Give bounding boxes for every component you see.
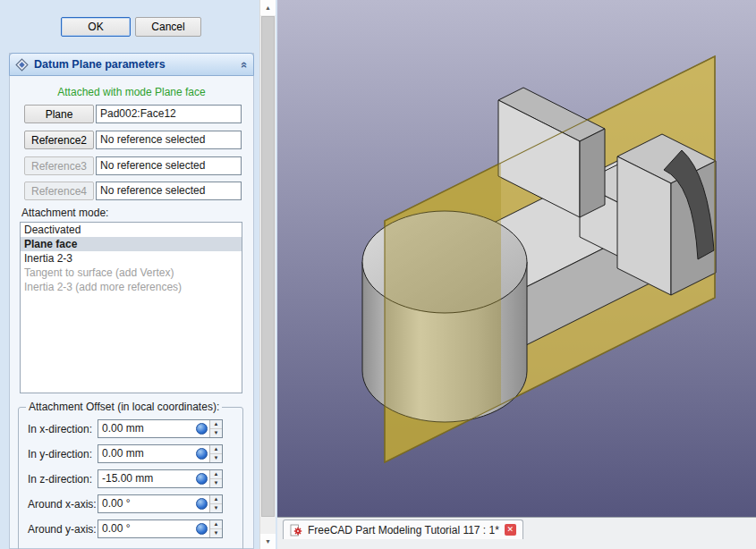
task-section-title: Datum Plane parameters (34, 58, 236, 71)
reference4-input: No reference selected (96, 182, 242, 200)
expression-icon[interactable] (196, 448, 208, 460)
reference3-button: Reference3 (24, 156, 94, 175)
around-x-value[interactable]: 0.00 ° (98, 495, 196, 512)
offset-row-x: In x-direction: 0.00 mm ▲▼ (28, 419, 237, 438)
mode-item-plane-face[interactable]: Plane face (21, 237, 242, 251)
freecad-icon (290, 524, 302, 536)
z-direction-value[interactable]: -15.00 mm (98, 470, 196, 487)
spinner-buttons[interactable]: ▲▼ (209, 495, 222, 512)
document-tab[interactable]: FreeCAD Part Modeling Tutorial 117 : 1* … (283, 519, 523, 539)
reference3-input: No reference selected (96, 156, 242, 175)
expression-icon[interactable] (196, 523, 208, 535)
collapse-icon[interactable]: « (238, 61, 251, 67)
z-direction-label: In z-direction: (28, 473, 98, 486)
offset-row-z: In z-direction: -15.00 mm ▲▼ (28, 469, 237, 488)
panel-scrollbar[interactable]: ▲ ▼ (259, 0, 276, 549)
reference2-button[interactable]: Reference2 (24, 131, 94, 149)
y-direction-value[interactable]: 0.00 mm (98, 445, 196, 462)
cancel-button[interactable]: Cancel (135, 17, 201, 37)
attachment-mode-list: Deactivated Plane face Inertia 2-3 Tange… (20, 222, 242, 393)
spinner-buttons[interactable]: ▲▼ (209, 420, 222, 437)
x-direction-field[interactable]: 0.00 mm ▲▼ (98, 419, 223, 438)
3d-viewport[interactable] (277, 0, 756, 517)
reference4-button: Reference4 (24, 182, 94, 200)
scroll-down-icon[interactable]: ▼ (260, 534, 276, 549)
task-panel: OK Cancel Datum Plane parameters « Attac… (0, 0, 277, 549)
offset-row-around-x: Around x-axis: 0.00 ° ▲▼ (28, 494, 237, 513)
x-direction-value[interactable]: 0.00 mm (98, 420, 196, 437)
freecad-window: OK Cancel Datum Plane parameters « Attac… (0, 0, 756, 549)
document-tab-label: FreeCAD Part Modeling Tutorial 117 : 1* (308, 524, 499, 536)
x-direction-label: In x-direction: (28, 423, 98, 435)
datum-plane-icon (15, 58, 29, 72)
viewport-tab-bar: FreeCAD Part Modeling Tutorial 117 : 1* … (277, 517, 756, 549)
around-x-label: Around x-axis: (28, 498, 98, 511)
spinner-buttons[interactable]: ▲▼ (209, 520, 222, 537)
tab-close-button[interactable]: ✕ (505, 524, 516, 536)
y-direction-label: In y-direction: (28, 448, 98, 460)
around-y-field[interactable]: 0.00 ° ▲▼ (98, 519, 223, 538)
around-y-value[interactable]: 0.00 ° (98, 520, 196, 537)
spinner-buttons[interactable]: ▲▼ (209, 470, 222, 487)
task-section-header[interactable]: Datum Plane parameters « (9, 53, 254, 76)
attachment-status-text: Attached with mode Plane face (9, 86, 254, 98)
attachment-mode-label: Attachment mode: (21, 207, 108, 219)
offset-row-around-y: Around y-axis: 0.00 ° ▲▼ (28, 519, 237, 538)
expression-icon[interactable] (196, 423, 208, 435)
mode-item-tangent-to-surface: Tangent to surface (add Vertex) (21, 266, 242, 280)
around-y-label: Around y-axis: (28, 523, 98, 536)
scroll-up-icon[interactable]: ▲ (260, 0, 276, 15)
attachment-offset-group: Attachment Offset (in local coordinates)… (18, 401, 243, 549)
offset-row-y: In y-direction: 0.00 mm ▲▼ (28, 444, 237, 463)
ok-button[interactable]: OK (61, 17, 131, 37)
mode-item-deactivated[interactable]: Deactivated (21, 223, 242, 237)
y-direction-field[interactable]: 0.00 mm ▲▼ (98, 444, 223, 463)
attachment-offset-title: Attachment Offset (in local coordinates)… (26, 401, 222, 413)
mode-item-inertia-2-3[interactable]: Inertia 2-3 (21, 251, 242, 266)
spinner-buttons[interactable]: ▲▼ (209, 445, 222, 462)
mode-item-inertia-2-3-more: Inertia 2-3 (add more references) (21, 280, 242, 294)
reference2-input[interactable]: No reference selected (96, 131, 242, 149)
plane-reference-button[interactable]: Plane (24, 105, 94, 123)
expression-icon[interactable] (196, 473, 208, 485)
plane-reference-input[interactable]: Pad002:Face12 (96, 105, 242, 123)
z-direction-field[interactable]: -15.00 mm ▲▼ (98, 469, 223, 488)
around-x-field[interactable]: 0.00 ° ▲▼ (98, 494, 223, 513)
scrollbar-thumb[interactable] (261, 16, 275, 517)
expression-icon[interactable] (196, 498, 208, 510)
